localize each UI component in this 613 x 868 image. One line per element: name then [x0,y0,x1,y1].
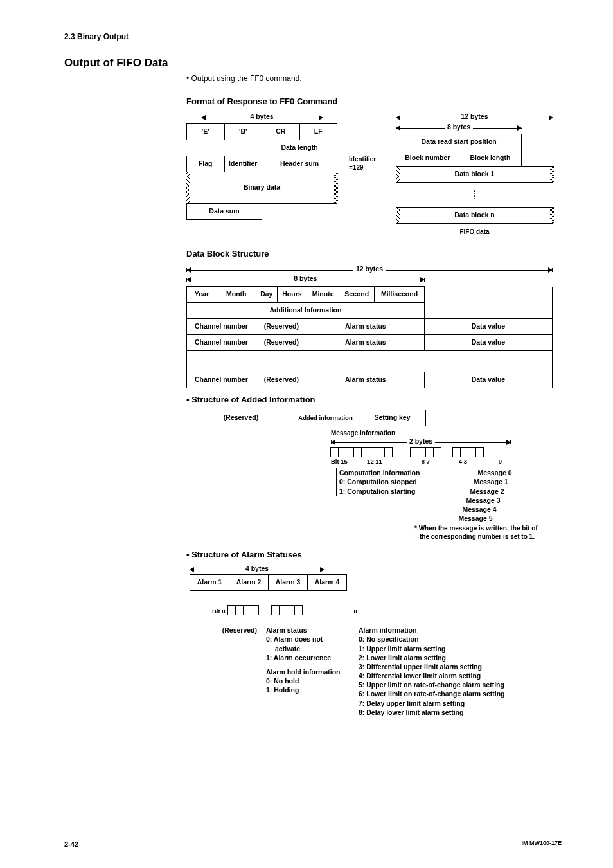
bit0: 0 [354,608,357,615]
label-2bytes: 2 bytes [407,437,435,446]
page-footer: 2-42 IM MW100-17E [64,838,562,849]
hold-2: 1: Holding [266,685,350,694]
c-chn3: Channel number [187,372,256,388]
ai0: 0: No specification [359,635,505,644]
comp-0: 0: Computation stopped [339,477,420,486]
c-minute: Minute [306,287,339,303]
cell-binarydata: Binary data [187,172,337,204]
reserved-label: (Reserved) [206,626,257,635]
a3: Alarm 3 [269,575,308,591]
cell-datalength: Data length [262,140,337,156]
ai4: 4: Differential lower limit alarm settin… [359,671,505,680]
msg0: Message 0 [458,468,511,477]
msg5: Message 5 [458,514,492,523]
c-val2: Data value [424,335,552,351]
bits-b [272,605,303,615]
ai2: 2: Lower limit alarm setting [359,653,505,662]
figure-added: (Reserved) Added information Setting key… [186,410,562,541]
note1: * When the message is written, the bit o… [414,524,562,532]
a2: Alarm 2 [229,575,269,591]
cell-B: 'B' [224,124,262,140]
t-bit15: Bit 15 [331,458,355,466]
c-res3: (Reserved) [256,372,306,388]
bits-mid [411,447,441,457]
cell-flag: Flag [187,156,225,172]
intro-bullet: Output using the FF0 command. [186,74,562,84]
cell-readpos: Data read start position [396,134,522,150]
cell-headersum: Header sum [262,156,337,172]
comp-title: Computation information [339,468,420,477]
a1: Alarm 1 [190,575,229,591]
c-hours: Hours [277,287,306,303]
label-msginfo: Message information [331,429,562,437]
cell-datasum: Data sum [187,204,262,220]
cell-LF: LF [299,124,337,140]
cell-blocklen: Block length [459,150,522,167]
ai5: 5: Upper limit on rate-of-change alarm s… [359,680,505,689]
c-month: Month [217,287,256,303]
heading-added: Structure of Added Information [186,395,562,406]
c-alarm3: Alarm status [306,372,424,388]
c-year: Year [187,287,217,303]
label-8b: 8 bytes [291,275,319,284]
bit8: Bit 8 [212,608,226,615]
ai3: 3: Differential upper limit alarm settin… [359,662,505,671]
vdots: ···· [396,183,553,208]
cell-CR: CR [262,124,300,140]
t-87: 8 7 [394,458,430,466]
label-8bytes: 8 bytes [445,123,473,132]
ai7: 7: Delay upper limit alarm setting [359,699,505,708]
cell-block1: Data block 1 [396,167,553,183]
label-12bytes: 12 bytes [458,113,490,122]
msg2: Message 2 [458,487,504,496]
c-addinfo: Additional Information [187,303,425,319]
as-2: 1: Alarm occurrence [266,653,350,662]
c-addedinfo: Added information [292,410,359,426]
c-setkey: Setting key [359,410,426,426]
cell-blockn: Data block n [396,208,553,224]
page-number: 2-42 [64,840,78,849]
c-second: Second [339,287,375,303]
msg3: Message 3 [458,496,500,505]
cell-identifier: Identifier [224,156,262,172]
c-res2: (Reserved) [256,335,306,351]
as-1: 0: Alarm does not [266,635,350,644]
c-alarm1: Alarm status [306,319,424,335]
a4: Alarm 4 [308,575,347,591]
label-id129: Identifier =129 [349,113,384,172]
page-title: Output of FIFO Data [64,56,562,70]
label-4bytes: 4 bytes [247,113,276,122]
c-day: Day [256,287,277,303]
hold-1: 0: No hold [266,676,350,685]
as-1b: activate [266,644,350,653]
hold-title: Alarm hold information [266,667,350,676]
figure-datablock: 12 bytes 8 bytes Year Month Day Hours Mi… [186,265,553,388]
ai6: 6: Lower limit on rate-of-change alarm s… [359,689,505,698]
c-res1: (Reserved) [256,319,306,335]
figure-alarm: 4 bytes Alarm 1 Alarm 2 Alarm 3 Alarm 4 … [186,565,562,717]
bits-right [453,447,484,457]
bits-a [228,605,259,615]
bits-left [331,447,393,457]
label-4b: 4 bytes [243,565,271,574]
comp-1: 1: Computation starting [339,487,420,496]
heading-alarm: Structure of Alarm Statuses [186,550,562,561]
label-fifodata: FIFO data [396,228,553,236]
ai1: 1: Upper limit alarm setting [359,644,505,653]
c-alarm2: Alarm status [306,335,424,351]
figure-ff0: 4 bytes 'E' 'B' CR LF Data length Flag I… [186,113,562,236]
cell-E: 'E' [187,124,225,140]
heading-format: Format of Response to FF0 Command [186,96,562,107]
t-1211: 12 11 [355,458,394,466]
c-val1: Data value [424,319,552,335]
note2: the corresponding number is set to 1. [420,532,562,541]
msg4: Message 4 [458,505,496,514]
c-chn1: Channel number [187,319,256,335]
t-0: 0 [467,458,502,466]
cell-blocknum: Block number [396,150,459,167]
as-title: Alarm status [266,626,350,635]
t-43: 4 3 [430,458,467,466]
section-header: 2.3 Binary Output [64,32,562,44]
ai-title: Alarm information [359,626,505,635]
fig1-right: 12 bytes 8 bytes Data read start positio… [396,113,553,236]
